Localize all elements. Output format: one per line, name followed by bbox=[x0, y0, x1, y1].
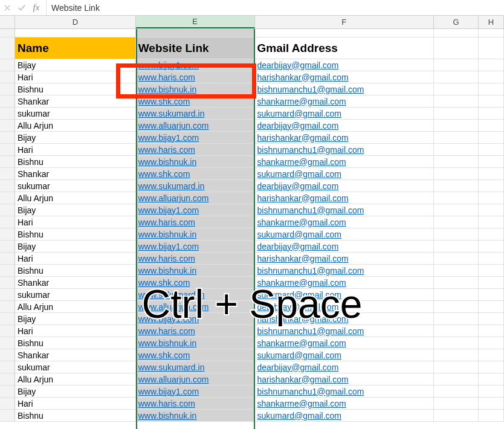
cell[interactable] bbox=[479, 228, 504, 240]
cell[interactable] bbox=[434, 59, 479, 71]
cell-link[interactable]: www.bijay1.com bbox=[136, 240, 255, 253]
hyperlink[interactable]: sukumard@gmail.com bbox=[257, 411, 341, 421]
cell-link[interactable]: www.sukumard.in bbox=[136, 108, 255, 120]
cell[interactable] bbox=[255, 29, 435, 37]
cell-name[interactable]: Hari bbox=[15, 398, 136, 410]
cell-name[interactable]: Hari bbox=[15, 71, 136, 83]
cell[interactable] bbox=[434, 108, 479, 120]
cell-name[interactable]: Bishnu bbox=[15, 156, 136, 168]
cell-email[interactable]: harishankar@gmail.com bbox=[255, 132, 435, 144]
cell-link[interactable]: www.shk.com bbox=[136, 168, 255, 180]
cell[interactable] bbox=[434, 373, 479, 385]
hyperlink[interactable]: harishankar@gmail.com bbox=[257, 133, 349, 143]
row-gutter[interactable] bbox=[0, 192, 15, 204]
cell-link[interactable]: www.bishnuk.in bbox=[136, 83, 255, 95]
row-gutter[interactable] bbox=[0, 240, 15, 253]
cell[interactable] bbox=[479, 95, 504, 108]
hyperlink[interactable]: www.haris.com bbox=[138, 145, 195, 155]
cell-link[interactable]: www.alluarjun.com bbox=[136, 120, 255, 132]
cell[interactable] bbox=[479, 398, 504, 410]
hyperlink[interactable]: www.bijay1.com bbox=[138, 133, 199, 143]
cell-name[interactable]: Bijay bbox=[15, 132, 136, 144]
hyperlink[interactable]: harishankar@gmail.com bbox=[257, 254, 349, 263]
row-gutter[interactable] bbox=[0, 349, 15, 361]
hyperlink[interactable]: sukumard@gmail.com bbox=[257, 230, 341, 239]
hyperlink[interactable]: bishnumanchu1@gmail.com bbox=[257, 145, 364, 155]
cell-email[interactable]: sukumard@gmail.com bbox=[255, 289, 435, 301]
col-header-d[interactable]: D bbox=[15, 16, 136, 28]
hyperlink[interactable]: www.alluarjun.com bbox=[138, 375, 209, 384]
hyperlink[interactable]: www.bishnuk.in bbox=[138, 266, 197, 276]
cell[interactable] bbox=[434, 95, 479, 108]
cell-email[interactable]: harishankar@gmail.com bbox=[255, 192, 435, 204]
cell-name[interactable]: Bijay bbox=[15, 204, 136, 216]
hyperlink[interactable]: www.alluarjun.com bbox=[138, 302, 209, 312]
cell-email[interactable]: shankarme@gmail.com bbox=[255, 337, 435, 349]
cell[interactable] bbox=[479, 37, 504, 59]
hyperlink[interactable]: dearbijay@gmail.com bbox=[257, 302, 339, 312]
cell-name[interactable]: Bijay bbox=[15, 385, 136, 398]
cell[interactable] bbox=[434, 83, 479, 95]
cell[interactable] bbox=[434, 120, 479, 132]
cell[interactable] bbox=[479, 108, 504, 120]
row-gutter[interactable] bbox=[0, 132, 15, 144]
cell[interactable] bbox=[479, 410, 504, 422]
cell[interactable] bbox=[434, 349, 479, 361]
hyperlink[interactable]: www.bijay1.com bbox=[138, 314, 199, 324]
row-gutter[interactable] bbox=[0, 385, 15, 398]
cell-email[interactable]: sukumard@gmail.com bbox=[255, 108, 435, 120]
cell-email[interactable]: bishnumanchu1@gmail.com bbox=[255, 325, 435, 337]
row-gutter[interactable] bbox=[0, 83, 15, 95]
row-gutter[interactable] bbox=[0, 180, 15, 192]
cell-link[interactable]: www.haris.com bbox=[136, 216, 255, 228]
cell-email[interactable]: dearbijay@gmail.com bbox=[255, 180, 435, 192]
cell-link[interactable]: www.sukumard.in bbox=[136, 180, 255, 192]
cell-email[interactable]: bishnumanchu1@gmail.com bbox=[255, 265, 435, 277]
cell[interactable] bbox=[434, 385, 479, 398]
cell[interactable] bbox=[434, 325, 479, 337]
cell-name[interactable]: Shankar bbox=[15, 349, 136, 361]
cell[interactable] bbox=[434, 337, 479, 349]
row-gutter[interactable] bbox=[0, 337, 15, 349]
cell-name[interactable]: Bishnu bbox=[15, 83, 136, 95]
cell-link[interactable]: www.haris.com bbox=[136, 253, 255, 265]
row-gutter[interactable] bbox=[0, 301, 15, 313]
cell[interactable] bbox=[434, 253, 479, 265]
col-header-g[interactable]: G bbox=[434, 16, 479, 28]
row-gutter[interactable] bbox=[0, 313, 15, 325]
hyperlink[interactable]: www.sukumard.in bbox=[138, 290, 205, 300]
cell-name[interactable]: Bishnu bbox=[15, 410, 136, 422]
cell-link[interactable]: www.bishnuk.in bbox=[136, 337, 255, 349]
cell[interactable] bbox=[434, 168, 479, 180]
cell-link[interactable]: www.shk.com bbox=[136, 277, 255, 289]
cell-email[interactable]: shankarme@gmail.com bbox=[255, 277, 435, 289]
formula-input[interactable] bbox=[46, 0, 504, 15]
cell-link[interactable]: www.bijay1.com bbox=[136, 132, 255, 144]
hyperlink[interactable]: www.sukumard.in bbox=[138, 109, 205, 118]
cell-name[interactable]: Shankar bbox=[15, 168, 136, 180]
cell-link[interactable]: www.bijay1.com bbox=[136, 204, 255, 216]
hyperlink[interactable]: www.bijay1.com bbox=[138, 387, 199, 396]
cell[interactable] bbox=[479, 192, 504, 204]
hyperlink[interactable]: www.sukumard.in bbox=[138, 363, 205, 372]
cell-email[interactable]: dearbijay@gmail.com bbox=[255, 120, 435, 132]
cell-name[interactable]: sukumar bbox=[15, 108, 136, 120]
cell-link[interactable]: www.bishnuk.in bbox=[136, 156, 255, 168]
hyperlink[interactable]: www.sukumard.in bbox=[138, 181, 205, 191]
confirm-icon[interactable] bbox=[15, 0, 29, 16]
cell-link[interactable]: www.shk.com bbox=[136, 349, 255, 361]
cell[interactable] bbox=[434, 37, 479, 59]
row-gutter[interactable] bbox=[0, 253, 15, 265]
row-gutter[interactable] bbox=[0, 373, 15, 385]
cell-name[interactable]: Hari bbox=[15, 253, 136, 265]
hyperlink[interactable]: www.bishnuk.in bbox=[138, 411, 197, 421]
row-gutter[interactable] bbox=[0, 144, 15, 156]
hyperlink[interactable]: www.haris.com bbox=[138, 399, 195, 408]
cell[interactable] bbox=[479, 313, 504, 325]
hyperlink[interactable]: www.bijay1.com bbox=[138, 60, 199, 70]
cell-email[interactable]: shankarme@gmail.com bbox=[255, 95, 435, 108]
cell[interactable] bbox=[479, 373, 504, 385]
cell[interactable] bbox=[479, 385, 504, 398]
col-header-e[interactable]: E bbox=[136, 16, 255, 28]
cell-email[interactable]: dearbijay@gmail.com bbox=[255, 240, 435, 253]
